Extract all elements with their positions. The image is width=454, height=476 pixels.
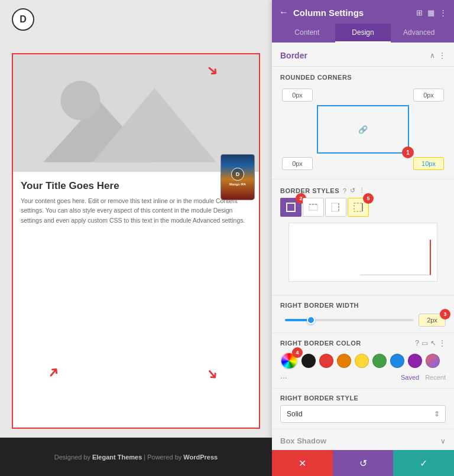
color-swatches-row: 4	[280, 352, 446, 370]
right-border-style-section: Right Border Style Solid Dashed Dotted D…	[272, 388, 454, 429]
color-swatch-yellow[interactable]	[355, 354, 369, 368]
tab-advanced[interactable]: Advanced	[391, 24, 447, 43]
divi-logo: D	[12, 8, 34, 31]
corner-bottom-left-input[interactable]	[282, 157, 313, 170]
save-button[interactable]: ✓	[393, 450, 454, 476]
right-panel: ← Column Settings ⊞ ▦ ⋮ Content Design A…	[272, 0, 454, 476]
border-right-btn[interactable]	[325, 198, 346, 217]
reset-icon: ↺	[359, 458, 367, 469]
border-preview-inner	[360, 240, 431, 275]
responsive-icon[interactable]: ⊞	[416, 8, 423, 17]
color-swatch-green[interactable]	[372, 354, 387, 368]
collapse-icon[interactable]: ∧	[430, 51, 435, 60]
right-border-width-section: Right Border Width 3	[272, 295, 454, 332]
color-picker-badge-wrap: 4	[280, 352, 298, 370]
save-icon: ✓	[420, 458, 427, 469]
color-help-icon[interactable]: ?	[415, 339, 419, 347]
reset-button[interactable]: ↺	[333, 450, 394, 476]
border-all-btn-wrap: 2	[280, 198, 301, 217]
rounded-corners-section: Rounded Corners 🔗 1	[272, 67, 454, 180]
panel-title-left: ← Column Settings	[279, 7, 364, 18]
saved-recent-btns: Saved Recent	[401, 374, 446, 381]
corner-top-right-input[interactable]	[413, 89, 444, 102]
tab-design[interactable]: Design	[335, 24, 391, 43]
border-styles-label: Border Styles	[280, 187, 339, 194]
back-button[interactable]: ←	[279, 7, 288, 18]
color-more-icon[interactable]: ⋮	[439, 339, 446, 347]
svg-point-3	[61, 81, 100, 120]
link-icon[interactable]: 🔗	[358, 125, 368, 134]
tab-content[interactable]: Content	[279, 24, 335, 43]
svg-rect-9	[354, 203, 362, 211]
right-border-color-section: Right Border Color ? ▭ ↖ ⋮ 4	[272, 332, 454, 388]
color-label-row: Right Border Color ? ▭ ↖ ⋮	[280, 339, 446, 347]
right-border-width-label: Right Border Width	[280, 302, 446, 309]
border-style-buttons: 2 5	[280, 198, 446, 217]
cancel-icon: ✕	[299, 458, 306, 469]
can-logo: D	[231, 168, 244, 181]
badge-1: 1	[402, 146, 414, 158]
svg-rect-4	[287, 203, 295, 211]
bottom-toolbar: ✕ ↺ ✓	[272, 450, 454, 476]
border-top-btn[interactable]	[303, 198, 324, 217]
color-section-icons: ? ▭ ↖ ⋮	[415, 339, 446, 347]
color-swatch-orange[interactable]	[337, 354, 351, 368]
slider-thumb[interactable]	[307, 316, 315, 324]
border-all-icon	[286, 202, 296, 213]
svg-rect-8	[332, 203, 339, 211]
badge-3-container: 3	[419, 314, 446, 327]
corners-grid: 🔗 1	[280, 87, 446, 172]
badge-4: 4	[292, 347, 303, 358]
preview-text-area: D Mango IPA Your Title Goes Here Your co…	[12, 172, 260, 233]
color-swatch-purple[interactable]	[408, 354, 422, 368]
right-border-style-select[interactable]: Solid Dashed Dotted Double None	[280, 405, 446, 423]
box-shadow-header: Box Shadow ∨	[280, 436, 446, 445]
saved-btn[interactable]: Saved	[401, 374, 419, 381]
right-border-color-label: Right Border Color	[280, 340, 361, 347]
badge-3: 3	[440, 309, 450, 319]
border-styles-reset-icon[interactable]: ↺	[350, 187, 355, 194]
border-styles-section: Border Styles ? ↺ ⋮ 2	[272, 180, 454, 295]
badge-5: 5	[363, 193, 374, 204]
can-brand: Mango IPA	[229, 182, 246, 187]
section-more-icon[interactable]: ⋮	[439, 51, 446, 60]
rounded-corners-label: Rounded Corners	[280, 74, 446, 81]
slider-row: 3	[280, 314, 446, 327]
box-shadow-toggle-icon[interactable]: ∨	[440, 437, 446, 445]
border-styles-header-row: Border Styles ? ↺ ⋮	[280, 187, 446, 194]
more-icon[interactable]: ⋮	[439, 8, 447, 17]
preview-footer: Designed by Elegant Themes | Powered by …	[0, 438, 272, 476]
corner-preview-box: 🔗 1	[317, 105, 409, 154]
border-styles-more-icon[interactable]: ⋮	[359, 187, 365, 194]
columns-icon[interactable]: ▦	[427, 8, 434, 17]
panel-header-icons: ⊞ ▦ ⋮	[416, 8, 447, 17]
cancel-button[interactable]: ✕	[272, 450, 333, 476]
box-shadow-title: Box Shadow	[280, 436, 326, 445]
svg-rect-6	[309, 204, 317, 210]
border-right2-btn-wrap: 5	[348, 198, 369, 217]
panel-body: Border ∧ ⋮ Rounded Corners 🔗 1	[272, 43, 454, 450]
more-colors-btn[interactable]: ···	[280, 373, 287, 382]
border-section-header: Border ∧ ⋮	[272, 43, 454, 67]
color-swatch-red[interactable]	[319, 354, 333, 368]
box-shadow-section: Box Shadow ∨	[272, 429, 454, 450]
color-swatch-black[interactable]	[301, 354, 316, 368]
border-right-icon	[330, 202, 341, 213]
recent-btn[interactable]: Recent	[425, 374, 446, 381]
beer-can: D Mango IPA	[220, 154, 255, 200]
section-controls: ∧ ⋮	[430, 51, 446, 60]
panel-tabs: Content Design Advanced	[279, 24, 447, 43]
corner-bottom-right-input[interactable]	[413, 157, 444, 170]
color-cursor-icon[interactable]: ↖	[430, 339, 436, 347]
slider-track[interactable]	[285, 319, 414, 321]
border-styles-help-icon[interactable]: ?	[343, 187, 346, 194]
panel-header: ← Column Settings ⊞ ▦ ⋮ Content Design A…	[272, 0, 454, 43]
color-mobile-icon[interactable]: ▭	[421, 339, 428, 347]
border-section-title: Border	[280, 51, 307, 60]
border-top-icon	[308, 202, 319, 213]
color-swatch-blue[interactable]	[390, 354, 404, 368]
panel-title-row: ← Column Settings ⊞ ▦ ⋮	[279, 7, 447, 18]
preview-body: Your content goes here. Edit or remove t…	[21, 196, 251, 225]
corner-top-left-input[interactable]	[282, 89, 313, 102]
color-swatch-gradient[interactable]	[426, 354, 440, 368]
